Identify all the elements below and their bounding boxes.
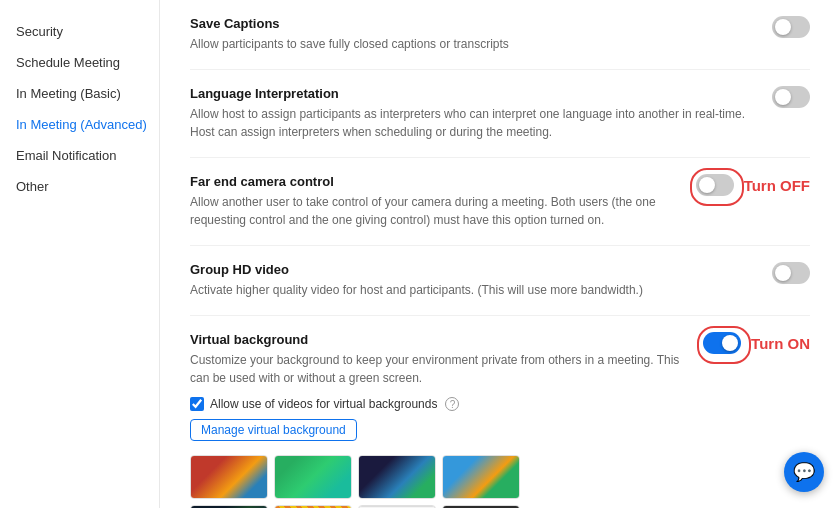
vb-toggle[interactable]	[703, 332, 741, 354]
sidebar-item-email-notification[interactable]: Email Notification	[0, 140, 159, 171]
vb-controls: Allow use of videos for virtual backgrou…	[190, 397, 810, 508]
virtual-background-section: Virtual backgroundCustomize your backgro…	[190, 316, 810, 508]
setting-title-language-interpretation: Language Interpretation	[190, 86, 752, 101]
setting-info-far-end-camera: Far end camera controlAllow another user…	[190, 174, 696, 229]
allow-videos-checkbox-row: Allow use of videos for virtual backgrou…	[190, 397, 810, 411]
toggle-language-interpretation[interactable]	[772, 86, 810, 108]
sidebar-item-in-meeting-advanced[interactable]: In Meeting (Advanced)	[0, 109, 159, 140]
vb-desc: Customize your background to keep your e…	[190, 351, 683, 387]
toggle-area-far-end-camera: Turn OFF	[696, 174, 810, 196]
main-content: Save CaptionsAllow participants to save …	[160, 0, 840, 508]
thumbnail-0[interactable]	[190, 455, 268, 499]
vb-title: Virtual background	[190, 332, 683, 347]
setting-row-language-interpretation: Language InterpretationAllow host to ass…	[190, 70, 810, 158]
toggle-far-end-camera[interactable]	[696, 174, 734, 196]
toggle-area-group-hd-video	[772, 262, 810, 284]
setting-info-group-hd-video: Group HD videoActivate higher quality vi…	[190, 262, 772, 299]
toggle-group-hd-video[interactable]	[772, 262, 810, 284]
setting-row-save-captions: Save CaptionsAllow participants to save …	[190, 0, 810, 70]
setting-desc-language-interpretation: Allow host to assign participants as int…	[190, 105, 752, 141]
sidebar-item-security[interactable]: Security	[0, 16, 159, 47]
thumbnail-grid: View More	[190, 455, 810, 508]
turn-label-far-end-camera: Turn OFF	[744, 177, 810, 194]
setting-row-group-hd-video: Group HD videoActivate higher quality vi…	[190, 246, 810, 316]
setting-row-far-end-camera: Far end camera controlAllow another user…	[190, 158, 810, 246]
setting-info-language-interpretation: Language InterpretationAllow host to ass…	[190, 86, 772, 141]
toggle-area-save-captions	[772, 16, 810, 38]
setting-title-group-hd-video: Group HD video	[190, 262, 752, 277]
setting-info-save-captions: Save CaptionsAllow participants to save …	[190, 16, 772, 53]
allow-videos-checkbox[interactable]	[190, 397, 204, 411]
sidebar-item-schedule-meeting[interactable]: Schedule Meeting	[0, 47, 159, 78]
allow-videos-label: Allow use of videos for virtual backgrou…	[210, 397, 437, 411]
chat-icon: 💬	[793, 461, 815, 483]
sidebar-item-in-meeting-basic[interactable]: In Meeting (Basic)	[0, 78, 159, 109]
chat-bubble-button[interactable]: 💬	[784, 452, 824, 492]
vb-info: Virtual backgroundCustomize your backgro…	[190, 332, 703, 387]
setting-desc-save-captions: Allow participants to save fully closed …	[190, 35, 752, 53]
toggle-area-language-interpretation	[772, 86, 810, 108]
setting-desc-far-end-camera: Allow another user to take control of yo…	[190, 193, 676, 229]
vb-toggle-area: Turn ON	[703, 332, 810, 354]
thumbnail-2[interactable]	[358, 455, 436, 499]
manage-virtual-background-link[interactable]: Manage virtual background	[190, 419, 357, 441]
vb-turn-label: Turn ON	[751, 335, 810, 352]
sidebar: SecuritySchedule MeetingIn Meeting (Basi…	[0, 0, 160, 508]
setting-desc-group-hd-video: Activate higher quality video for host a…	[190, 281, 752, 299]
setting-title-far-end-camera: Far end camera control	[190, 174, 676, 189]
setting-title-save-captions: Save Captions	[190, 16, 752, 31]
sidebar-item-other[interactable]: Other	[0, 171, 159, 202]
toggle-save-captions[interactable]	[772, 16, 810, 38]
vb-header: Virtual backgroundCustomize your backgro…	[190, 332, 810, 387]
thumbnail-3[interactable]	[442, 455, 520, 499]
help-icon[interactable]: ?	[445, 397, 459, 411]
thumbnail-1[interactable]	[274, 455, 352, 499]
